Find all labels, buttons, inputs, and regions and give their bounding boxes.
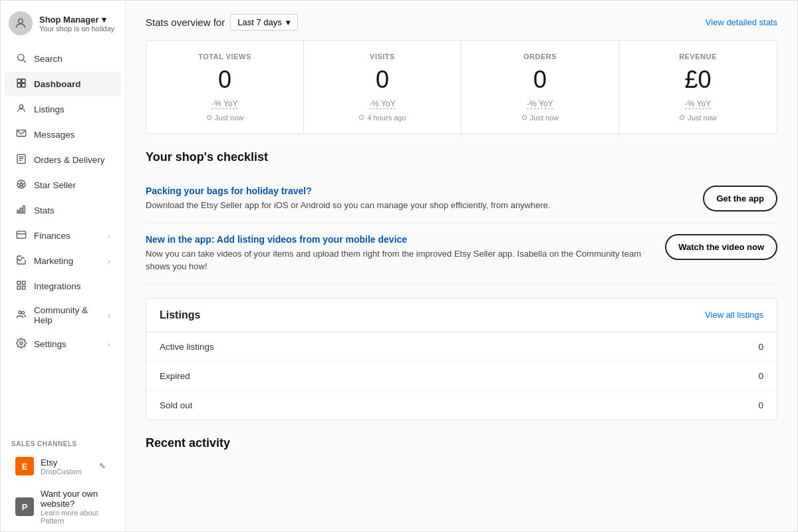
watch-video-button[interactable]: Watch the video now: [665, 234, 777, 260]
edit-etsy-button[interactable]: ✎: [94, 458, 110, 474]
sidebar-item-finances[interactable]: Finances ›: [5, 223, 121, 248]
checklist-item-watch-video-desc: Now you can take videos of your items an…: [146, 247, 652, 273]
revenue-label: REVENUE: [632, 53, 763, 61]
checklist-title: Your shop's checklist: [146, 150, 777, 164]
svg-rect-20: [22, 281, 25, 285]
stat-card-orders: ORDERS 0 -% YoY ⊙ Just now: [462, 41, 619, 134]
pattern-icon: P: [15, 497, 34, 516]
svg-rect-4: [22, 79, 25, 82]
svg-rect-16: [23, 206, 25, 213]
stats-icon: [15, 204, 27, 217]
expired-label: Expired: [160, 371, 190, 381]
shop-avatar: [9, 11, 33, 35]
messages-icon: [15, 128, 27, 141]
listing-row-sold-out: Sold out 0: [146, 391, 777, 420]
sidebar-item-star-seller[interactable]: Star Seller: [5, 173, 121, 198]
sidebar-item-marketing[interactable]: Marketing ›: [5, 249, 121, 273]
sidebar-item-marketing-label: Marketing: [34, 256, 73, 266]
svg-rect-5: [17, 84, 21, 87]
shop-manager-header[interactable]: Shop Manager ▾ Your shop is on holiday: [1, 1, 125, 43]
svg-rect-15: [20, 208, 22, 213]
channel-etsy[interactable]: E Etsy DropCustom ✎: [5, 451, 121, 481]
shop-status: Your shop is on holiday: [39, 25, 114, 33]
visits-label: VISITS: [317, 53, 448, 61]
orders-label: ORDERS: [475, 53, 605, 61]
sidebar-item-stats-label: Stats: [34, 205, 55, 215]
sidebar-item-community[interactable]: Community & Help ›: [5, 299, 121, 331]
svg-rect-3: [17, 79, 21, 82]
svg-point-23: [19, 311, 21, 313]
sidebar-item-search[interactable]: Search: [5, 47, 121, 71]
svg-rect-6: [22, 84, 25, 87]
view-detailed-stats-link[interactable]: View detailed stats: [706, 17, 777, 27]
checklist-item-watch-video-title: New in the app: Add listing videos from …: [146, 234, 652, 245]
sidebar-item-orders-label: Orders & Delivery: [34, 155, 105, 165]
revenue-value: £0: [632, 66, 763, 94]
sidebar-item-settings[interactable]: Settings ›: [5, 332, 121, 356]
listing-row-expired: Expired 0: [146, 362, 777, 391]
sidebar-item-settings-label: Settings: [34, 339, 66, 349]
integrations-icon: [15, 280, 27, 293]
total-views-yoy: -% YoY: [211, 99, 237, 109]
listing-row-active: Active listings 0: [146, 332, 777, 362]
visits-yoy: -% YoY: [369, 99, 395, 109]
stat-card-revenue: REVENUE £0 -% YoY ⊙ Just now: [619, 41, 777, 134]
sidebar-item-stats[interactable]: Stats: [5, 198, 121, 223]
stats-overview-label: Stats overview for: [146, 17, 225, 28]
checklist-item-get-app-title: Packing your bags for holiday travel?: [146, 186, 551, 196]
svg-point-0: [19, 19, 23, 23]
svg-rect-14: [17, 210, 19, 213]
chevron-down-icon: ▾: [286, 17, 291, 27]
checklist-item-get-app-text: Packing your bags for holiday travel? Do…: [146, 186, 551, 212]
stats-period-dropdown[interactable]: Last 7 days ▾: [230, 14, 298, 31]
settings-icon: [15, 338, 27, 350]
checklist-item-get-app: Packing your bags for holiday travel? Do…: [146, 175, 777, 223]
stats-grid: TOTAL VIEWS 0 -% YoY ⊙ Just now VISITS 0…: [146, 40, 777, 134]
main-content: Stats overview for Last 7 days ▾ View de…: [126, 1, 797, 531]
clock-icon: ⊙: [679, 113, 685, 122]
view-all-listings-link[interactable]: View all listings: [705, 310, 763, 320]
sidebar-item-listings-label: Listings: [34, 104, 65, 114]
active-listings-count: 0: [758, 342, 763, 352]
sidebar-item-search-label: Search: [34, 54, 63, 64]
stats-header: Stats overview for Last 7 days ▾ View de…: [146, 14, 777, 31]
visits-time: ⊙ 4 hours ago: [317, 113, 448, 122]
channel-pattern[interactable]: P Want your own website? Learn more abou…: [5, 483, 121, 531]
get-app-button[interactable]: Get the app: [703, 186, 777, 211]
sidebar-item-integrations-label: Integrations: [34, 281, 81, 291]
sidebar-item-orders[interactable]: Orders & Delivery: [5, 148, 121, 172]
sidebar-nav: Search Dashboard Listings: [1, 43, 125, 434]
clock-icon: ⊙: [358, 113, 364, 122]
visits-value: 0: [317, 66, 448, 94]
active-listings-label: Active listings: [160, 342, 214, 352]
listings-icon: [15, 103, 27, 116]
svg-rect-17: [17, 231, 25, 239]
total-views-value: 0: [160, 66, 290, 94]
sidebar-item-dashboard[interactable]: Dashboard: [5, 72, 121, 96]
svg-rect-19: [17, 281, 21, 285]
sidebar-item-integrations[interactable]: Integrations: [5, 274, 121, 299]
orders-yoy: -% YoY: [527, 99, 553, 109]
stats-title: Stats overview for Last 7 days ▾: [146, 14, 298, 31]
orders-value: 0: [475, 66, 605, 94]
recent-activity-title: Recent activity: [146, 436, 777, 450]
sold-out-count: 0: [758, 400, 763, 410]
svg-point-7: [19, 105, 23, 108]
svg-point-25: [20, 342, 23, 344]
shop-info: Shop Manager ▾ Your shop is on holiday: [39, 15, 114, 33]
finances-arrow: ›: [108, 232, 110, 240]
checklist-item-watch-video-text: New in the app: Add listing videos from …: [146, 234, 652, 273]
listings-title: Listings: [160, 309, 200, 321]
sidebar-item-star-seller-label: Star Seller: [34, 180, 76, 190]
clock-icon: ⊙: [206, 113, 212, 122]
svg-line-2: [23, 60, 26, 63]
pattern-channel-name: Want your own website?: [41, 489, 110, 509]
sidebar-item-listings[interactable]: Listings: [5, 97, 121, 122]
search-icon: [15, 53, 27, 65]
pattern-info: Want your own website? Learn more about …: [41, 489, 110, 525]
checklist-item-watch-video: New in the app: Add listing videos from …: [146, 223, 777, 285]
orders-icon: [15, 154, 27, 166]
sidebar-item-messages[interactable]: Messages: [5, 122, 121, 147]
etsy-channel-sub: DropCustom: [41, 467, 82, 475]
sales-channels-label: SALES CHANNELS: [1, 434, 125, 450]
